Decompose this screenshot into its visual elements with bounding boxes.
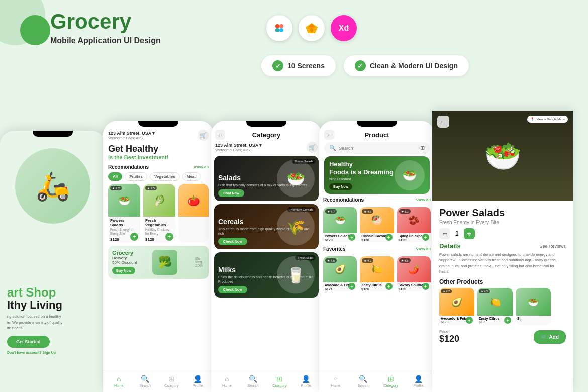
- cereals-banner: Cereals This cereal is made from high qu…: [214, 204, 319, 249]
- nav-profile-2[interactable]: 👤 Profile: [188, 375, 208, 387]
- cereals-label: Premium Cereals: [287, 207, 316, 212]
- rating-badge-salad: ★ 4.2: [110, 186, 122, 190]
- grid-fav-add-citrus[interactable]: +: [385, 283, 393, 290]
- figma-icon: [266, 15, 292, 41]
- nav-search-3[interactable]: 🔍 Search: [243, 375, 263, 387]
- header-section: Grocery Mobile Application UI Design: [50, 10, 161, 45]
- search-icon-nav-4: 🔍: [359, 375, 367, 383]
- nav-home-2[interactable]: ⌂ Home: [109, 375, 129, 387]
- profile-icon-2: 👤: [193, 375, 202, 383]
- category-icon-3: ⊞: [276, 375, 282, 383]
- price-add-row: Price $120 🛒 Add: [439, 329, 566, 344]
- other-add-citrus[interactable]: +: [504, 317, 511, 324]
- product-img-partial: 🍅: [178, 184, 209, 217]
- add-salad-button[interactable]: +: [130, 233, 138, 241]
- search-input-4[interactable]: [339, 146, 418, 151]
- category-icon-4: ⊞: [388, 375, 394, 383]
- phone3-header: ← Category 123 Aim Street, USA ▾ Welcome…: [211, 130, 322, 153]
- details-title: Details: [439, 242, 461, 250]
- page-title: Grocery: [50, 10, 161, 33]
- qty-decrease-button[interactable]: −: [439, 228, 450, 239]
- add-veggies-button[interactable]: +: [165, 233, 173, 241]
- chip-all[interactable]: All: [108, 172, 122, 181]
- other-product-name-third: S...: [516, 316, 551, 320]
- feature-badges-group: ✓ 10 Screens ✓ Clean & Modern UI Design: [261, 55, 469, 76]
- back-btn-4[interactable]: ←: [324, 130, 334, 140]
- chat-now-button[interactable]: Chat Now: [218, 189, 244, 197]
- sketch-icon: [299, 15, 325, 41]
- nav-category-4[interactable]: ⊞ Category: [381, 375, 401, 387]
- phone2-header: 123 Aim Street, USA ▾ Welcome Back Alex …: [103, 130, 214, 279]
- check-icon-1: ✓: [272, 60, 283, 71]
- nav-home-3[interactable]: ⌂ Home: [217, 375, 237, 387]
- notch-3: [246, 121, 286, 127]
- nav-category-3[interactable]: ⊞ Category: [269, 375, 289, 387]
- notch-1: [33, 131, 73, 137]
- phone1-line1: art Shop: [7, 286, 99, 299]
- grid-rating-salad: ★ 4.7: [325, 209, 337, 214]
- phone5-hero-food-img: 🥗: [432, 111, 573, 201]
- milks-label: Fresh Milks: [295, 255, 316, 260]
- milks-check-button[interactable]: Check Now: [218, 286, 247, 293]
- product-cards-row: 🥗 ★ 4.2 Powers Salads Fresh Energy in Ev…: [108, 184, 209, 243]
- recommendations-title: Recomondations: [108, 164, 149, 170]
- hero-banner-text: HealthyFoods is a Dreaming 50% Discount …: [329, 160, 394, 189]
- milks-img: 🥛: [277, 256, 315, 294]
- grid-add-chickpea[interactable]: +: [422, 234, 429, 241]
- details-description: Power salads are nutrient-dense and desi…: [439, 252, 566, 274]
- phone3-address: 123 Aim Street, USA ▾: [215, 143, 262, 148]
- back-btn-3[interactable]: ←: [215, 130, 225, 140]
- banner-su-partial: SuVeg...20%: [195, 257, 205, 267]
- banner-discount: 50% Discount: [112, 260, 137, 265]
- nav-search-4[interactable]: 🔍 Search: [353, 375, 373, 387]
- price-section: Price $120: [439, 329, 459, 344]
- phone2-title: Get Healthy: [108, 144, 209, 154]
- nav-category-2[interactable]: ⊞ Category: [161, 375, 181, 387]
- other-product-citrus: 🍋 ★ 4.5 Zesty Citrus $13 +: [477, 288, 513, 325]
- nav-home-4[interactable]: ⌂ Home: [326, 375, 346, 387]
- chip-vegetables[interactable]: Vegetables: [150, 172, 180, 181]
- hero-banner-img: 🥗: [395, 160, 425, 190]
- banner-veg-image: 🥦: [152, 250, 177, 275]
- other-add-avocado[interactable]: +: [466, 317, 473, 324]
- view-all-link[interactable]: View all: [194, 165, 209, 169]
- view-all-4[interactable]: View all: [416, 198, 431, 202]
- grid-add-caesar[interactable]: +: [385, 234, 393, 241]
- cart-icon-3[interactable]: 🛒: [307, 142, 318, 153]
- xd-icon: Xd: [331, 15, 357, 41]
- product-name-salad: Powers Salads: [108, 217, 140, 228]
- favorites-view-all-4[interactable]: View all: [416, 247, 431, 251]
- grid-fav-rating-southwest: ★ 4.6: [399, 258, 411, 263]
- cereals-check-button[interactable]: Check Now: [218, 238, 247, 245]
- cart-icon[interactable]: 🛒: [198, 130, 209, 141]
- phone5-back-button[interactable]: ←: [437, 116, 449, 128]
- nav-search-2[interactable]: 🔍 Search: [135, 375, 155, 387]
- notch-4: [357, 121, 397, 127]
- add-to-cart-button[interactable]: 🛒 Add: [534, 330, 566, 344]
- search-icon-3: 🔍: [249, 375, 257, 383]
- nav-profile-3[interactable]: 👤 Profile: [296, 375, 316, 387]
- profile-icon-3: 👤: [302, 375, 310, 383]
- get-started-button[interactable]: Get Started: [7, 336, 50, 348]
- product-card-partial: 🍅: [178, 184, 209, 243]
- tool-icons-group: Xd: [266, 15, 357, 41]
- chip-meat[interactable]: Meat: [182, 172, 201, 181]
- qty-increase-button[interactable]: +: [464, 228, 475, 239]
- check-icon-2: ✓: [355, 60, 366, 71]
- bg-circle-small: [20, 15, 50, 45]
- search-icon-4: 🔍: [329, 145, 336, 151]
- svg-rect-3: [275, 28, 279, 32]
- filter-icon-4[interactable]: ⊞: [420, 145, 425, 151]
- grid-fav-add-southwest[interactable]: +: [422, 283, 429, 290]
- banner-left-content: Grocery Delivery 50% Discount Buy Now: [112, 250, 137, 274]
- signup-text: Don't have account? Sign Up: [7, 351, 99, 354]
- phone-screen-3: ← Category 123 Aim Street, USA ▾ Welcome…: [211, 121, 322, 392]
- buy-now-button[interactable]: Buy Now: [112, 267, 135, 274]
- chip-fruites[interactable]: Fruites: [125, 172, 147, 181]
- view-map-tag[interactable]: 📍 View in Google Maps: [527, 116, 568, 123]
- nav-profile-4[interactable]: 👤 Profile: [409, 375, 429, 387]
- see-reviews-link[interactable]: See Reviews: [539, 244, 566, 249]
- favorites-title-4: Favorites: [323, 246, 345, 252]
- hero-buy-now-button[interactable]: Buy Now: [329, 183, 352, 190]
- grid-fav-southwest: 🌶️ ★ 4.6 Savory Southwest $120 +: [397, 256, 431, 291]
